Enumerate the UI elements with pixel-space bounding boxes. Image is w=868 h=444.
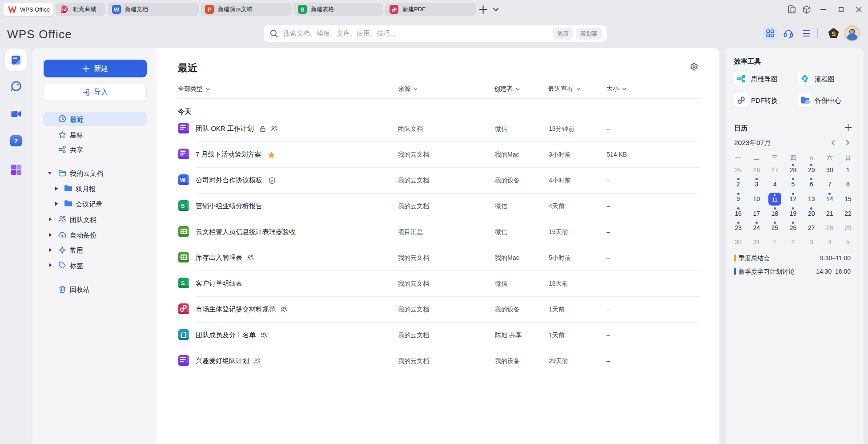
svg-text:W: W [180, 177, 186, 183]
svg-text:S: S [832, 30, 836, 37]
svg-text:S: S [181, 202, 185, 209]
svg-text:S: S [181, 280, 185, 287]
